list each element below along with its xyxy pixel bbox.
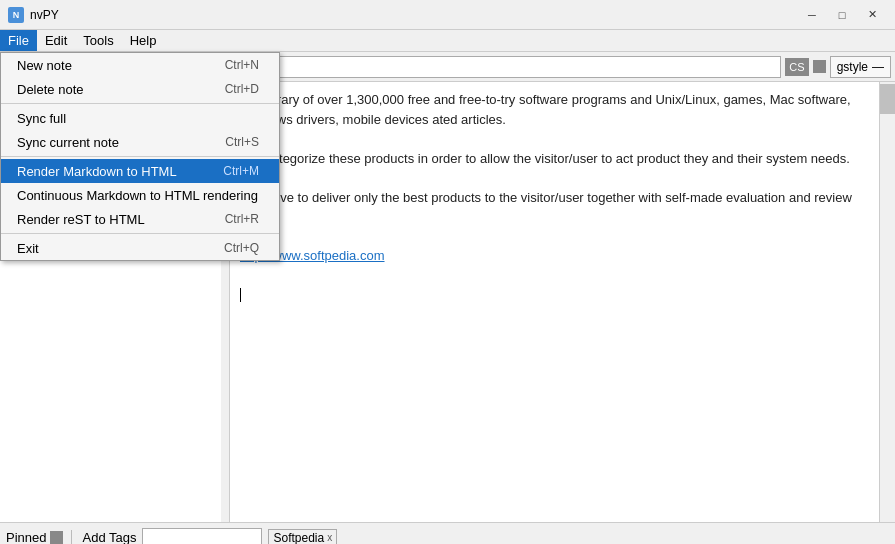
scrollbar-thumb[interactable] xyxy=(880,84,895,114)
tag-softpedia-close[interactable]: x xyxy=(327,532,332,543)
app-title: nvPY xyxy=(30,8,797,22)
menu-continuous-markdown[interactable]: Continuous Markdown to HTML rendering xyxy=(1,183,279,207)
separator-3 xyxy=(1,233,279,234)
menu-new-note[interactable]: New note Ctrl+N xyxy=(1,53,279,77)
menu-render-rest[interactable]: Render reST to HTML Ctrl+R xyxy=(1,207,279,231)
separator-2 xyxy=(1,156,279,157)
editor-text-3: We strive to deliver only the best produ… xyxy=(240,190,852,225)
file-dropdown-menu: New note Ctrl+N Delete note Ctrl+D Sync … xyxy=(0,52,280,261)
menu-delete-note[interactable]: Delete note Ctrl+D xyxy=(1,77,279,101)
editor-text-1: is a library of over 1,300,000 free and … xyxy=(240,92,851,127)
style-button[interactable]: gstyle — xyxy=(830,56,891,78)
cs-badge: CS xyxy=(785,58,808,76)
menu-render-markdown-shortcut: Ctrl+M xyxy=(223,164,259,178)
editor-area[interactable]: is a library of over 1,300,000 free and … xyxy=(230,82,879,522)
menu-delete-note-shortcut: Ctrl+D xyxy=(225,82,259,96)
menu-edit[interactable]: Edit xyxy=(37,30,75,51)
menu-file[interactable]: File xyxy=(0,30,37,51)
title-bar-buttons: ─ □ ✕ xyxy=(797,5,887,25)
menu-bar: File Edit Tools Help New note Ctrl+N Del… xyxy=(0,30,895,52)
menu-exit-shortcut: Ctrl+Q xyxy=(224,241,259,255)
editor-cursor xyxy=(240,288,241,302)
menu-delete-note-label: Delete note xyxy=(17,82,84,97)
menu-exit[interactable]: Exit Ctrl+Q xyxy=(1,236,279,260)
menu-tools[interactable]: Tools xyxy=(75,30,121,51)
pinned-checkbox[interactable] xyxy=(50,531,63,544)
menu-render-rest-shortcut: Ctrl+R xyxy=(225,212,259,226)
tags-bar: Pinned Add Tags Softpedia x xyxy=(0,522,895,544)
minimize-button[interactable]: ─ xyxy=(797,5,827,25)
pinned-label: Pinned xyxy=(6,530,46,544)
maximize-button[interactable]: □ xyxy=(827,5,857,25)
tag-softpedia-label: Softpedia xyxy=(273,531,324,545)
editor-scrollbar[interactable] xyxy=(879,82,895,522)
tag-softpedia[interactable]: Softpedia x xyxy=(268,529,337,545)
menu-sync-full-label: Sync full xyxy=(17,111,66,126)
menu-render-markdown[interactable]: Render Markdown to HTML Ctrl+M xyxy=(1,159,279,183)
menu-sync-full[interactable]: Sync full xyxy=(1,106,279,130)
menu-new-note-label: New note xyxy=(17,58,72,73)
menu-sync-current-label: Sync current note xyxy=(17,135,119,150)
menu-continuous-markdown-label: Continuous Markdown to HTML rendering xyxy=(17,188,258,203)
app-icon: N xyxy=(8,7,24,23)
close-button[interactable]: ✕ xyxy=(857,5,887,25)
editor-text-2: and categorize these products in order t… xyxy=(240,151,850,166)
pinned-section: Pinned xyxy=(6,530,72,544)
separator-1 xyxy=(1,103,279,104)
menu-new-note-shortcut: Ctrl+N xyxy=(225,58,259,72)
menu-exit-label: Exit xyxy=(17,241,39,256)
title-bar: N nvPY ─ □ ✕ xyxy=(0,0,895,30)
menu-render-markdown-label: Render Markdown to HTML xyxy=(17,164,177,179)
menu-sync-current[interactable]: Sync current note Ctrl+S xyxy=(1,130,279,154)
menu-sync-current-shortcut: Ctrl+S xyxy=(225,135,259,149)
style-button-label: gstyle xyxy=(837,60,868,74)
cs-color-swatch xyxy=(813,60,826,73)
style-button-arrow: — xyxy=(872,60,884,74)
add-tags-label: Add Tags xyxy=(82,530,136,544)
menu-render-rest-label: Render reST to HTML xyxy=(17,212,145,227)
menu-help[interactable]: Help xyxy=(122,30,165,51)
tags-input[interactable] xyxy=(142,528,262,545)
